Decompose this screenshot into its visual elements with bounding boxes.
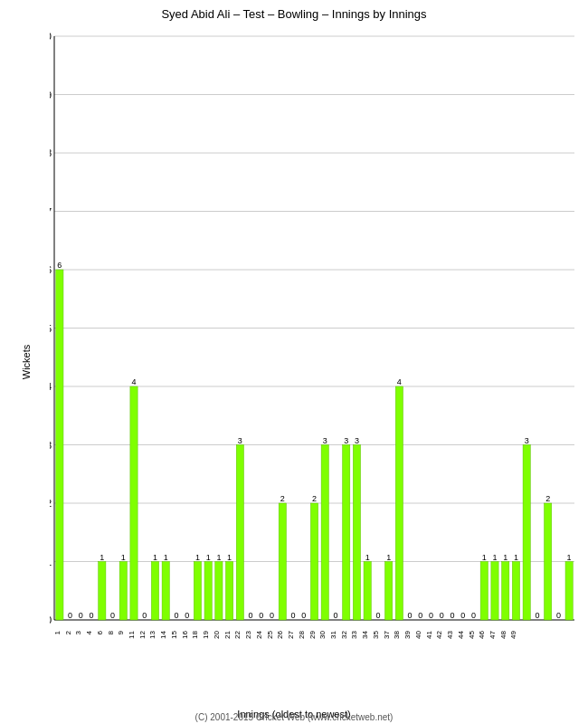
- svg-text:1: 1: [206, 553, 211, 562]
- svg-rect-84: [491, 562, 498, 621]
- svg-text:6: 6: [50, 264, 52, 275]
- svg-text:20: 20: [213, 630, 221, 638]
- svg-text:38: 38: [393, 630, 401, 638]
- svg-text:44: 44: [457, 630, 465, 638]
- svg-text:3: 3: [323, 436, 327, 445]
- svg-text:0: 0: [249, 611, 253, 620]
- svg-rect-82: [480, 562, 488, 621]
- svg-text:40: 40: [414, 630, 422, 638]
- svg-text:0: 0: [90, 611, 94, 620]
- svg-rect-44: [204, 562, 212, 621]
- svg-text:0: 0: [270, 611, 274, 620]
- svg-text:0: 0: [556, 611, 561, 620]
- svg-text:1: 1: [164, 553, 168, 562]
- svg-text:11: 11: [128, 630, 136, 638]
- svg-text:15: 15: [170, 630, 178, 638]
- svg-text:31: 31: [329, 630, 337, 638]
- svg-text:6: 6: [57, 261, 62, 270]
- svg-rect-68: [364, 562, 371, 621]
- svg-text:24: 24: [255, 630, 263, 638]
- svg-text:0: 0: [535, 611, 539, 620]
- svg-text:25: 25: [266, 630, 274, 638]
- svg-text:1: 1: [195, 553, 200, 562]
- svg-rect-48: [226, 562, 233, 621]
- svg-text:2: 2: [64, 630, 72, 634]
- svg-rect-61: [321, 445, 328, 621]
- svg-text:5: 5: [50, 323, 52, 334]
- svg-rect-36: [151, 562, 158, 621]
- svg-rect-50: [236, 445, 243, 621]
- svg-text:0: 0: [259, 611, 263, 620]
- svg-text:7: 7: [50, 206, 52, 217]
- svg-text:41: 41: [425, 630, 433, 638]
- svg-rect-88: [512, 562, 519, 621]
- svg-text:0: 0: [375, 611, 380, 620]
- chart-title: Syed Abid Ali – Test – Bowling – Innings…: [0, 0, 588, 24]
- svg-rect-59: [310, 503, 318, 620]
- svg-rect-86: [502, 562, 509, 621]
- svg-text:1: 1: [216, 553, 221, 562]
- svg-text:9: 9: [50, 90, 52, 100]
- svg-text:45: 45: [468, 630, 476, 638]
- svg-text:3: 3: [238, 436, 242, 445]
- svg-text:33: 33: [350, 630, 358, 638]
- svg-text:0: 0: [291, 611, 296, 620]
- svg-text:10: 10: [50, 31, 52, 42]
- svg-text:0: 0: [418, 611, 422, 620]
- svg-text:28: 28: [298, 630, 306, 638]
- svg-rect-66: [353, 445, 360, 621]
- svg-text:3: 3: [355, 436, 359, 445]
- svg-text:4: 4: [85, 630, 93, 634]
- svg-text:0: 0: [301, 611, 306, 620]
- svg-text:23: 23: [244, 630, 252, 638]
- svg-rect-33: [130, 386, 138, 620]
- svg-text:0: 0: [471, 611, 476, 620]
- svg-text:0: 0: [50, 614, 52, 625]
- svg-text:1: 1: [567, 553, 572, 562]
- plot-area: 0123456789106000101401100111130002002303…: [50, 27, 579, 665]
- svg-text:0: 0: [460, 611, 465, 620]
- svg-text:1: 1: [50, 557, 52, 567]
- svg-text:0: 0: [450, 611, 455, 620]
- svg-text:0: 0: [185, 611, 189, 620]
- svg-text:2: 2: [545, 494, 550, 503]
- svg-text:39: 39: [403, 630, 412, 638]
- svg-text:1: 1: [153, 553, 157, 562]
- svg-text:1: 1: [482, 553, 487, 562]
- svg-text:1: 1: [53, 630, 62, 634]
- svg-text:46: 46: [478, 630, 486, 638]
- svg-text:47: 47: [488, 630, 497, 638]
- svg-text:34: 34: [361, 630, 369, 638]
- svg-text:22: 22: [233, 630, 242, 638]
- svg-text:26: 26: [276, 630, 284, 638]
- svg-text:3: 3: [525, 436, 529, 445]
- svg-text:4: 4: [132, 377, 137, 386]
- svg-text:19: 19: [202, 630, 210, 638]
- svg-text:0: 0: [408, 611, 413, 620]
- svg-text:1: 1: [386, 553, 391, 562]
- svg-rect-90: [523, 445, 530, 621]
- svg-text:1: 1: [492, 553, 497, 562]
- svg-text:4: 4: [397, 377, 402, 386]
- svg-text:0: 0: [429, 611, 433, 620]
- svg-rect-73: [395, 386, 403, 620]
- chart-svg: 0123456789106000101401100111130002002303…: [50, 27, 579, 665]
- svg-rect-23: [56, 270, 63, 620]
- svg-text:29: 29: [308, 630, 317, 638]
- y-axis-label: Wickets: [21, 345, 32, 380]
- svg-text:32: 32: [340, 630, 348, 638]
- svg-text:37: 37: [383, 630, 391, 638]
- svg-text:0: 0: [68, 611, 72, 620]
- svg-text:2: 2: [50, 498, 52, 509]
- svg-text:21: 21: [223, 630, 232, 638]
- svg-rect-64: [343, 445, 350, 621]
- chart-container: Syed Abid Ali – Test – Bowling – Innings…: [0, 0, 588, 724]
- svg-text:16: 16: [181, 630, 189, 638]
- svg-rect-46: [215, 562, 223, 621]
- svg-text:0: 0: [142, 611, 147, 620]
- svg-text:43: 43: [446, 630, 454, 638]
- svg-rect-71: [385, 562, 393, 621]
- svg-rect-93: [545, 503, 552, 620]
- svg-text:4: 4: [50, 381, 52, 392]
- svg-text:0: 0: [174, 611, 178, 620]
